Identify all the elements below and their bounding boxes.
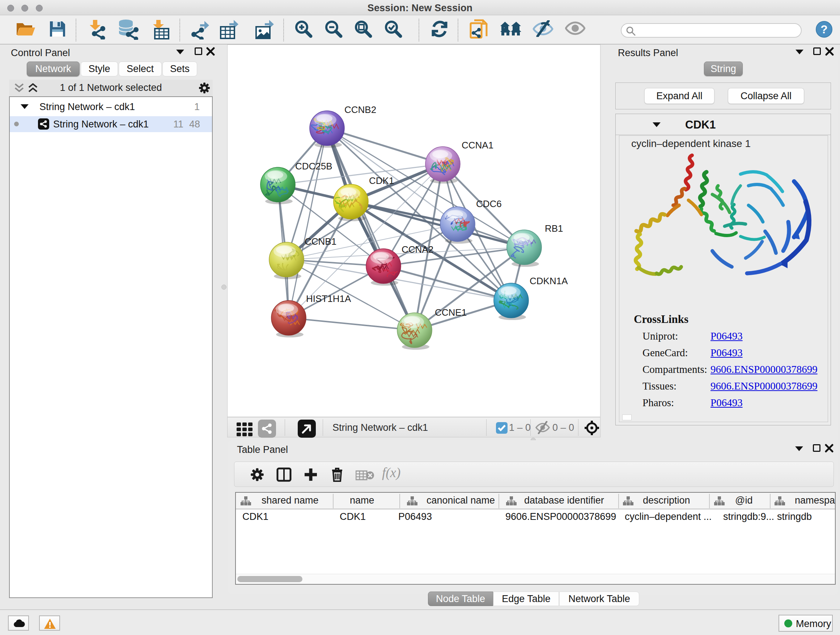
svg-text:CCNA2: CCNA2 (401, 244, 433, 255)
svg-text:RB1: RB1 (545, 223, 563, 234)
svg-text:CCNE1: CCNE1 (435, 307, 467, 318)
svg-text:CDK1: CDK1 (369, 175, 394, 186)
svg-text:CDC25B: CDC25B (295, 161, 332, 172)
svg-text:CCNB1: CCNB1 (305, 236, 336, 247)
svg-text:CDC6: CDC6 (476, 198, 502, 209)
svg-text:CDKN1A: CDKN1A (530, 276, 568, 287)
svg-text:?: ? (821, 23, 828, 36)
svg-text:HIST1H1A: HIST1H1A (306, 293, 351, 304)
svg-text:CCNA1: CCNA1 (462, 140, 493, 150)
svg-text:CCNB2: CCNB2 (344, 104, 376, 115)
